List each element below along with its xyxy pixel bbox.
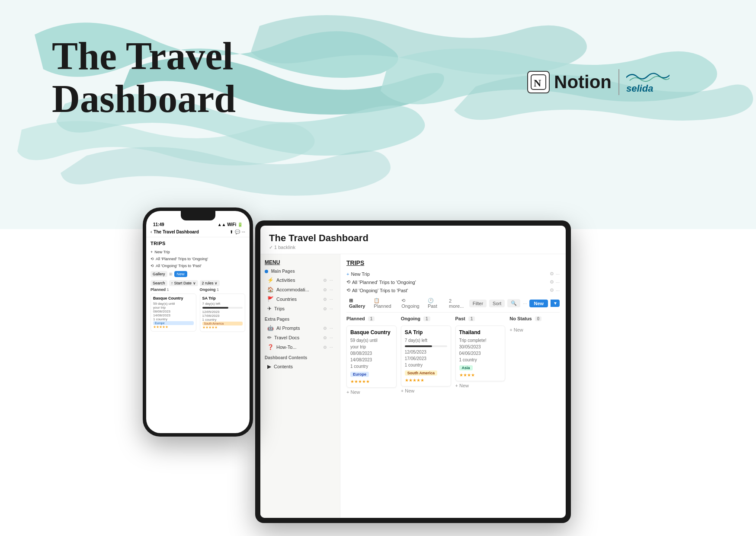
activities-icon: ⚡ <box>267 277 274 283</box>
past-tab[interactable]: 🕐 Past <box>425 297 444 309</box>
blue-dot-icon <box>265 270 268 273</box>
phone-search-btn[interactable]: Search <box>151 280 167 286</box>
more-icon[interactable]: ··· <box>242 230 245 234</box>
sort-button[interactable]: Sort <box>489 300 505 307</box>
ongoing-col-header: Ongoing 1 <box>401 316 451 323</box>
accommodation-dots[interactable]: ··· <box>330 287 333 292</box>
trips-new-chevron[interactable]: ▼ <box>551 300 560 307</box>
phone-date-filter[interactable]: ↑ Start Date ∨ <box>169 280 198 286</box>
past-badge: 1 <box>468 316 475 321</box>
phone-ongoing-card[interactable]: SA Trip 7 day(s) left 12/05/2023 17/06/2… <box>200 294 246 332</box>
more-tabs[interactable]: 2 more... <box>446 297 467 309</box>
selida-label: selida <box>626 83 653 94</box>
planned-tab[interactable]: 📋 Planned <box>371 297 396 309</box>
plus-icon: + <box>151 250 153 254</box>
phone-ongoing-col: Ongoing 1 SA Trip 7 day(s) left 12/05/20… <box>200 287 246 332</box>
tablet-backlink[interactable]: ✓ 1 backlink <box>269 245 557 250</box>
phone-new-trip-row[interactable]: + New Trip <box>151 249 245 255</box>
phone-ongoing-date2: 17/06/2023 <box>202 314 243 318</box>
new-trip-action[interactable]: + New Trip ⚙ ··· <box>346 270 560 278</box>
no-status-add-new[interactable]: + New <box>509 325 560 334</box>
menu-title: MENU <box>265 259 336 265</box>
planned-ongoing-gear[interactable]: ⚙ <box>550 279 554 285</box>
phone-new-trip-label: New Trip <box>154 250 170 254</box>
hero-title: The Travel Dashboard <box>52 35 236 120</box>
tablet-trips-section: TRIPS + New Trip ⚙ ··· ⟲ All 'Planned' T… <box>340 254 566 518</box>
menu-countries[interactable]: 🚩 Countries ⚙ ··· <box>265 294 336 304</box>
phone-card-info1: 59 day(s) until <box>153 302 194 306</box>
phone-new-btn[interactable]: New <box>174 271 187 277</box>
trips-more-icon[interactable]: ··· <box>523 301 527 306</box>
ongoing-to-past-action[interactable]: ⟲ All 'Ongoing' Trips to 'Past' ⚙ ··· <box>346 286 560 294</box>
sa-dates: 12/05/2023 17/06/2023 1 country <box>405 349 447 368</box>
activities-gear[interactable]: ⚙ <box>323 278 327 283</box>
past-add-new[interactable]: + New <box>455 381 506 390</box>
menu-activities[interactable]: ⚡ Activities ⚙ ··· <box>265 275 336 285</box>
sa-trip-card[interactable]: SA Trip 7 day(s) left 12/05/2023 17/06/2… <box>401 325 451 386</box>
phone-content: TRIPS + New Trip ⟲ All 'Planned' Trips t… <box>146 237 250 335</box>
menu-ai-prompts[interactable]: 🤖 AI Prompts ⚙ ··· <box>265 323 336 333</box>
phone-notch <box>181 211 215 220</box>
chat-icon[interactable]: 💬 <box>235 230 240 234</box>
phone-search-row: Search ↑ Start Date ∨ 2 rules ∨ <box>151 279 245 287</box>
phone-mockup: 11:49 ▲▲ WiFi 🔋 ‹ The Travel Dashboard ⬆… <box>143 207 253 437</box>
planned-ongoing-text: All 'Planned' Trips to 'Ongoing' <box>352 280 416 285</box>
tablet-page-title: The Travel Dashboard <box>269 233 557 244</box>
ongoing-tab[interactable]: ⟲ Ongoing <box>399 297 423 309</box>
phone-signal: ▲▲ WiFi 🔋 <box>218 222 243 227</box>
ongoing-past-more[interactable]: ··· <box>556 288 560 293</box>
menu-trips[interactable]: ✈ Trips ⚙ ··· <box>265 304 336 313</box>
menu-how-to[interactable]: ❓ How-To... ⚙ ··· <box>265 342 336 352</box>
trips-label: Trips <box>274 306 320 311</box>
gallery-tab[interactable]: ⊞ Gallery <box>346 297 368 309</box>
basque-country-card[interactable]: Basque Country 59 day(s) until your trip… <box>346 325 397 388</box>
travel-docs-dots[interactable]: ··· <box>330 335 333 340</box>
ongoing-add-new[interactable]: + New <box>401 386 451 395</box>
planned-ongoing-more[interactable]: ··· <box>556 280 560 285</box>
activities-dots[interactable]: ··· <box>330 278 333 283</box>
phone-card-date2: 14/08/2023 <box>153 313 194 317</box>
trips-dots[interactable]: ··· <box>330 306 333 311</box>
share-icon[interactable]: ⬆ <box>230 230 233 234</box>
phone-planned-card[interactable]: Basque Country 59 day(s) until your trip… <box>151 294 196 332</box>
phone-rules-filter[interactable]: 2 rules ∨ <box>200 280 220 286</box>
menu-travel-docs[interactable]: ✏ Travel Docs ⚙ ··· <box>265 333 336 342</box>
phone-ongoing-country: 1 country <box>202 318 243 322</box>
thailand-card[interactable]: Thailand Trip complete! 30/05/2023 04/06… <box>455 325 506 381</box>
travel-docs-gear[interactable]: ⚙ <box>323 335 327 340</box>
filter-button[interactable]: Filter <box>469 300 487 307</box>
gallery-tab[interactable]: Gallery <box>151 271 167 277</box>
back-icon[interactable]: ‹ <box>151 230 152 234</box>
phone-ongoing-to-past-row[interactable]: ⟲ All 'Ongoing' Trips to 'Past' <box>151 262 245 269</box>
menu-accommodation[interactable]: 🏠 Accommodati... ⚙ ··· <box>265 285 336 294</box>
how-to-gear[interactable]: ⚙ <box>323 345 327 350</box>
no-status-column: No Status 0 + New <box>509 316 560 396</box>
phone-card-info2: your trip <box>153 306 194 309</box>
new-trip-more[interactable]: ··· <box>556 271 560 277</box>
countries-label: Countries <box>276 297 320 302</box>
menu-contents[interactable]: ▶ Contents <box>265 362 336 371</box>
countries-gear[interactable]: ⚙ <box>323 297 327 302</box>
gallery-icon: ⊞ <box>349 298 353 303</box>
search-button[interactable]: 🔍 <box>507 299 520 307</box>
trips-new-button[interactable]: New <box>529 300 548 307</box>
countries-dots[interactable]: ··· <box>330 297 333 302</box>
no-status-col-header: No Status 0 <box>509 316 560 323</box>
phone-planned-to-ongoing-row[interactable]: ⟲ All 'Planned' Trips to 'Ongoing' <box>151 255 245 262</box>
ai-prompts-dots[interactable]: ··· <box>330 326 333 331</box>
planned-add-new[interactable]: + New <box>346 388 397 396</box>
thailand-stars: ★★★★ <box>459 373 502 377</box>
ongoing-icon: ⟲ <box>401 298 405 303</box>
phone-progress-fill <box>202 307 229 309</box>
phone-planned-ongoing-label: All 'Planned' Trips to 'Ongoing' <box>156 257 208 261</box>
ai-prompts-gear[interactable]: ⚙ <box>323 326 327 331</box>
planned-to-ongoing-action[interactable]: ⟲ All 'Planned' Trips to 'Ongoing' ⚙ ··· <box>346 278 560 286</box>
europe-tag: Europe <box>350 372 369 377</box>
how-to-dots[interactable]: ··· <box>330 345 333 350</box>
contents-icon: ▶ <box>267 364 271 370</box>
ongoing-past-gear[interactable]: ⚙ <box>550 287 554 293</box>
accommodation-gear[interactable]: ⚙ <box>323 287 327 292</box>
hero-title-line1: The Travel <box>52 35 236 77</box>
new-trip-gear[interactable]: ⚙ <box>550 271 554 277</box>
trips-gear[interactable]: ⚙ <box>323 306 327 311</box>
